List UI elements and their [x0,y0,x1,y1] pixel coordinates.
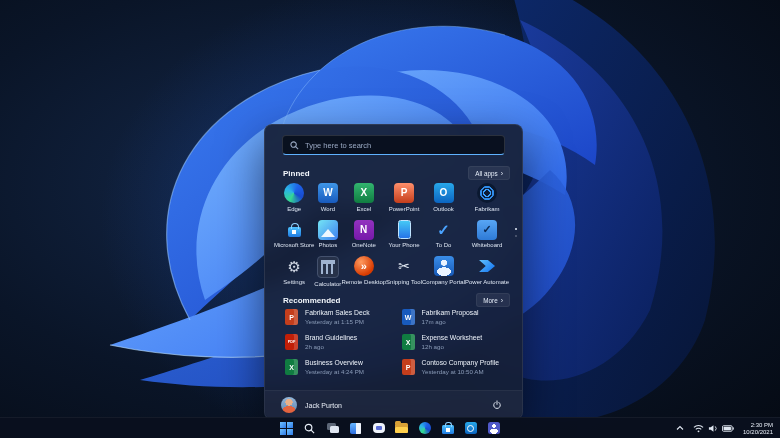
remote-desktop-icon: » [354,256,374,276]
teams-icon [488,422,500,434]
edge-icon [419,422,431,434]
tray-overflow-button[interactable] [674,424,686,432]
clock-time: 2:30 PM [751,422,773,428]
snipping-tool-scissors-icon: ✂ [394,256,414,276]
microsoft-store-icon [442,425,454,434]
pinned-app-excel[interactable]: X Excel [341,180,386,216]
clock-date: 10/20/2021 [743,429,773,435]
pinned-app-calculator[interactable]: Calculator [314,253,341,291]
start-menu: Type here to search Pinned All apps › Ed… [264,124,523,420]
desktop: Type here to search Pinned All apps › Ed… [0,0,780,438]
all-apps-button[interactable]: All apps › [468,166,510,180]
pinned-app-company-portal[interactable]: Company Portal [422,253,465,291]
taskbar-edge-button[interactable] [416,420,433,436]
powerpoint-icon: P [394,183,414,203]
pinned-title: Pinned [283,169,310,178]
all-apps-label: All apps [475,170,497,177]
pinned-app-edge[interactable]: Edge [274,180,314,216]
company-portal-icon [434,256,454,276]
pinned-grid: Edge W Word X Excel P PowerPoint O Outlo… [274,180,509,291]
taskbar-teams-button[interactable] [485,420,502,436]
more-label: More [483,297,497,304]
recommended-item[interactable]: X Business Overview Yesterday at 4:24 PM [283,358,394,376]
calculator-icon [317,256,339,278]
power-icon [492,400,502,410]
pinned-app-photos[interactable]: Photos [314,217,341,253]
recommended-item[interactable]: W Fabrikam Proposal 17m ago [400,308,511,326]
word-icon: W [318,183,338,203]
folder-icon [395,423,408,433]
taskbar-center-icons [278,418,502,438]
pinned-app-fabrikam[interactable]: Fabrikam [465,180,509,216]
pinned-app-powerpoint[interactable]: P PowerPoint [386,180,422,216]
recommended-item[interactable]: P Contoso Company Profile Yesterday at 1… [400,358,511,376]
taskbar: 2:30 PM 10/20/2021 [0,417,780,438]
pinned-app-to-do[interactable]: ✓ To Do [422,217,465,253]
taskbar-clock[interactable]: 2:30 PM 10/20/2021 [741,421,775,436]
power-button[interactable] [488,396,506,414]
pinned-header: Pinned All apps › [283,166,510,180]
avatar[interactable] [281,397,297,413]
recommended-item[interactable]: P Fabrikam Sales Deck Yesterday at 1:15 … [283,308,394,326]
recommended-title: Recommended [283,296,340,305]
whiteboard-icon: ✓ [477,220,497,240]
pinned-app-word[interactable]: W Word [314,180,341,216]
pinned-app-microsoft-store[interactable]: Microsoft Store [274,217,314,253]
word-doc-icon: W [402,309,415,325]
excel-doc-icon: X [402,334,415,350]
pinned-scroll-indicator[interactable] [515,228,517,237]
chevron-up-icon [676,425,684,431]
taskbar-start-button[interactable] [278,420,295,436]
search-placeholder: Type here to search [305,141,371,150]
your-phone-icon [394,220,414,240]
recommended-header: Recommended More › [283,293,510,307]
taskbar-chat-button[interactable] [370,420,387,436]
excel-icon: X [354,183,374,203]
taskbar-outlook-button[interactable] [462,420,479,436]
powerpoint-doc-icon: P [402,359,415,375]
pinned-app-snipping-tool[interactable]: ✂ Snipping Tool [386,253,422,291]
pinned-app-onenote[interactable]: N OneNote [341,217,386,253]
power-automate-icon [477,256,497,276]
onenote-icon: N [354,220,374,240]
taskbar-task-view-button[interactable] [324,420,341,436]
search-input[interactable]: Type here to search [282,135,505,155]
widgets-icon [350,423,362,434]
wifi-icon [693,424,704,433]
user-name[interactable]: Jack Purton [305,402,342,409]
battery-icon [722,425,734,432]
pinned-app-outlook[interactable]: O Outlook [422,180,465,216]
pinned-app-your-phone[interactable]: Your Phone [386,217,422,253]
pinned-app-remote-desktop[interactable]: » Remote Desktop [341,253,386,291]
powerpoint-doc-icon: P [285,309,298,325]
windows-logo-icon [280,422,293,435]
search-icon [304,423,315,434]
pinned-app-whiteboard[interactable]: ✓ Whiteboard [465,217,509,253]
pdf-doc-icon: PDF [285,334,298,350]
speaker-icon [708,424,718,433]
chat-bubble-icon [373,423,385,433]
recommended-grid: P Fabrikam Sales Deck Yesterday at 1:15 … [283,308,510,376]
recommended-item[interactable]: PDF Brand Guidelines 2h ago [283,333,394,351]
photos-icon [318,220,338,240]
recommended-item[interactable]: X Expense Worksheet 12h ago [400,333,511,351]
tray-status-button[interactable] [691,423,736,434]
fabrikam-icon [477,183,497,203]
taskbar-search-button[interactable] [301,420,318,436]
user-bar: Jack Purton [265,390,522,419]
outlook-icon: O [434,183,454,203]
microsoft-store-icon [284,220,304,240]
system-tray: 2:30 PM 10/20/2021 [674,418,775,438]
taskbar-widgets-button[interactable] [347,420,364,436]
edge-icon [284,183,304,203]
task-view-icon [327,423,339,433]
more-button[interactable]: More › [476,293,510,307]
pinned-app-settings[interactable]: ⚙ Settings [274,253,314,291]
taskbar-microsoft-store-button[interactable] [439,420,456,436]
taskbar-file-explorer-button[interactable] [393,420,410,436]
pinned-app-power-automate[interactable]: Power Automate [465,253,509,291]
search-icon [290,141,299,150]
chevron-right-icon: › [501,297,503,304]
outlook-icon [465,422,477,434]
settings-gear-icon: ⚙ [284,256,304,276]
